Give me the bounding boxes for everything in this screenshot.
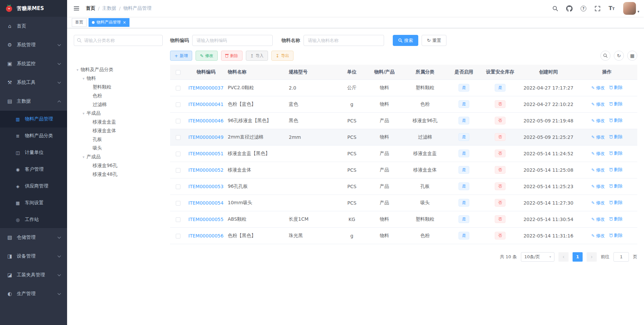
tree-node[interactable]: ▾物料: [74, 74, 163, 83]
row-delete-button[interactable]: 删除: [609, 232, 623, 238]
material-code-link[interactable]: ITEM00000053: [189, 184, 224, 189]
row-checkbox[interactable]: [176, 234, 180, 238]
row-edit-button[interactable]: ✎修改: [591, 233, 605, 239]
row-edit-button[interactable]: ✎修改: [591, 101, 605, 107]
row-checkbox[interactable]: [176, 217, 180, 222]
reset-button[interactable]: ↻ 重置: [422, 35, 446, 46]
row-checkbox[interactable]: [176, 168, 180, 173]
row-checkbox[interactable]: [176, 102, 180, 107]
tree-node[interactable]: ▾半成品: [74, 109, 163, 118]
tree-node[interactable]: 过滤棉: [74, 100, 163, 109]
tree-caret-icon[interactable]: ▾: [80, 155, 87, 159]
add-button[interactable]: + 新增: [170, 51, 192, 61]
prev-page-button[interactable]: ‹: [558, 252, 569, 262]
material-code-link[interactable]: ITEM00000052: [189, 167, 224, 173]
row-delete-button[interactable]: 删除: [609, 85, 623, 91]
tree-node[interactable]: 吸头: [74, 144, 163, 153]
row-delete-button[interactable]: 删除: [609, 101, 623, 107]
page-size-select[interactable]: 10条/页 ▾: [521, 252, 554, 262]
fullscreen-icon[interactable]: [594, 5, 601, 12]
close-icon[interactable]: ×: [123, 20, 126, 24]
material-code-link[interactable]: ITEM00000037: [189, 85, 224, 91]
font-size-icon[interactable]: TT: [608, 5, 615, 12]
import-button[interactable]: ↥ 导入: [246, 51, 268, 61]
table-row[interactable]: ITEM0000004696孔移液盒【黑色】黑色PCS产品移液盒96孔是否202…: [170, 112, 637, 129]
table-row[interactable]: ITEM0000005396孔孔板PCS产品孔板是否2022-05-14 11:…: [170, 178, 637, 195]
row-checkbox[interactable]: [176, 119, 180, 123]
goto-page-input[interactable]: [613, 252, 629, 262]
table-row[interactable]: ITEM00000051移液盒盒盖【黑色】PCS产品移液盒盒盖是否2022-05…: [170, 145, 637, 162]
material-name-input[interactable]: [304, 35, 384, 46]
tree-node[interactable]: 孔板: [74, 135, 163, 144]
tree-caret-icon[interactable]: ▾: [80, 111, 87, 116]
columns-toggle-button[interactable]: ▦: [627, 51, 637, 61]
row-checkbox[interactable]: [176, 152, 180, 156]
row-delete-button[interactable]: 删除: [609, 150, 623, 156]
row-delete-button[interactable]: 删除: [609, 167, 623, 173]
row-edit-button[interactable]: ✎修改: [591, 85, 605, 91]
sidebar-item[interactable]: ⌂首页: [0, 17, 67, 36]
delete-button[interactable]: 删除: [221, 51, 243, 61]
row-edit-button[interactable]: ✎修改: [591, 200, 605, 206]
row-delete-button[interactable]: 删除: [609, 200, 623, 206]
row-edit-button[interactable]: ✎修改: [591, 134, 605, 140]
table-row[interactable]: ITEM00000052移液盒盒体PCS产品移液盒盒体是否2022-05-14 …: [170, 162, 637, 178]
material-code-link[interactable]: ITEM00000051: [189, 151, 224, 156]
sidebar-item[interactable]: ▧仓储管理: [0, 228, 67, 247]
sidebar-item[interactable]: ▤主数据: [0, 92, 67, 111]
github-icon[interactable]: [566, 5, 573, 12]
row-edit-button[interactable]: ✎修改: [591, 151, 605, 157]
view-tag[interactable]: 物料产品管理×: [89, 18, 129, 27]
sidebar-subitem[interactable]: ≣物料产品分类: [0, 127, 67, 144]
row-checkbox[interactable]: [176, 135, 180, 140]
sidebar-toggle-icon[interactable]: [72, 4, 81, 12]
sidebar-subitem[interactable]: ◉客户管理: [0, 161, 67, 178]
material-code-input[interactable]: [192, 35, 273, 46]
row-delete-button[interactable]: 删除: [609, 117, 623, 123]
table-row[interactable]: ITEM0000005410mm吸头PCS产品吸头是否2022-05-14 11…: [170, 195, 637, 211]
sidebar-subitem[interactable]: ◎工作站: [0, 211, 67, 228]
table-row[interactable]: ITEM00000037PVC2.0颗粒2.0公斤物料塑料颗粒是是2022-04…: [170, 79, 637, 96]
tree-node[interactable]: 色粉: [74, 92, 163, 100]
category-search-input[interactable]: [74, 35, 163, 46]
tree-node[interactable]: ▾产成品: [74, 153, 163, 161]
row-checkbox[interactable]: [176, 86, 180, 91]
tree-node[interactable]: 移液盒48孔: [74, 170, 163, 179]
refresh-button[interactable]: ↻: [614, 51, 624, 61]
sidebar-subitem[interactable]: ◫计量单位: [0, 144, 67, 161]
breadcrumb-item[interactable]: 首页: [86, 5, 95, 11]
search-button[interactable]: 搜索: [393, 35, 418, 46]
sidebar-item[interactable]: ◐生产管理: [0, 284, 67, 303]
sidebar-item[interactable]: ◪工装夹具管理: [0, 266, 67, 284]
sidebar-item[interactable]: ▣系统监控: [0, 54, 67, 73]
material-code-link[interactable]: ITEM00000049: [189, 134, 224, 140]
logo[interactable]: 苦糖果MES: [0, 0, 67, 17]
row-checkbox[interactable]: [176, 201, 180, 206]
row-delete-button[interactable]: 删除: [609, 134, 623, 140]
edit-button[interactable]: ✎ 修改: [196, 51, 218, 61]
tree-node[interactable]: 移液盒盒盖: [74, 118, 163, 126]
row-delete-button[interactable]: 删除: [609, 216, 623, 222]
sidebar-subitem[interactable]: ◈供应商管理: [0, 178, 67, 195]
row-delete-button[interactable]: 删除: [609, 183, 623, 189]
material-code-link[interactable]: ITEM00000054: [189, 200, 224, 206]
toggle-search-button[interactable]: [600, 51, 610, 61]
row-edit-button[interactable]: ✎修改: [591, 183, 605, 189]
select-all-checkbox[interactable]: [176, 70, 180, 75]
table-row[interactable]: ITEM00000041色粉【蓝色】蓝色g物料色粉是否2022-04-27 22…: [170, 96, 637, 112]
tree-node[interactable]: ▾物料及产品分类: [74, 65, 163, 74]
table-row[interactable]: ITEM00000056色粉【黑色】珠光黑g物料色粉是否2022-05-14 1…: [170, 227, 637, 244]
search-icon[interactable]: [551, 5, 559, 12]
page-number-button[interactable]: 1: [573, 252, 583, 262]
tree-node[interactable]: 移液盒96孔: [74, 161, 163, 170]
tree-node[interactable]: 移液盒盒体: [74, 126, 163, 135]
breadcrumb-item[interactable]: 主数据: [102, 5, 116, 11]
material-code-link[interactable]: ITEM00000046: [189, 118, 224, 123]
sidebar-item[interactable]: ◨设备管理: [0, 247, 67, 266]
table-row[interactable]: ITEM000000492mm直径过滤棉2mmPCS物料过滤棉是否2022-05…: [170, 129, 637, 145]
tree-caret-icon[interactable]: ▾: [80, 76, 87, 81]
sidebar-item[interactable]: ⚙系统管理: [0, 36, 67, 54]
table-row[interactable]: ITEM00000055ABS颗粒长度1CMKG物料塑料颗粒是否2022-05-…: [170, 211, 637, 227]
view-tag[interactable]: 首页: [72, 18, 87, 27]
export-button[interactable]: ↧ 导出: [271, 51, 293, 61]
